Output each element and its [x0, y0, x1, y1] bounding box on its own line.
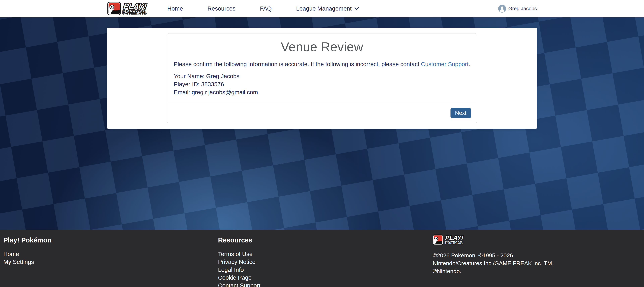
footer-link-privacy-notice[interactable]: Privacy Notice [218, 258, 430, 266]
footer-link-my-settings[interactable]: My Settings [3, 258, 215, 266]
field-label: Email: [174, 89, 190, 95]
page-background: Venue Review Please confirm the followin… [0, 17, 644, 230]
main-nav: Home Resources FAQ League Management [167, 5, 359, 12]
page-footer: Play! Pokémon Home My Settings Resources… [0, 230, 644, 287]
copyright-line-2: Nintendo/Creatures Inc./GAME FREAK inc. … [433, 259, 644, 267]
user-name: Greg Jacobs [508, 6, 537, 11]
field-value: Greg Jacobs [206, 73, 239, 79]
play-pokemon-logo-footer: PLAY! PLAY! POKÉMON. POKÉMON. POKÉMON. [433, 235, 468, 245]
play-pokemon-logo[interactable]: PLAY! PLAY! POKÉMON. POKÉMON. POKÉMON. [107, 2, 153, 15]
footer-heading-resources: Resources [218, 237, 430, 244]
footer-column-play-pokemon: Play! Pokémon Home My Settings [0, 234, 215, 287]
chevron-down-icon [354, 7, 359, 10]
info-line-email: Email: greg.r.jacobs@gmail.com [174, 88, 470, 96]
pokemon-wordmark: POKÉMON. POKÉMON. POKÉMON. [122, 10, 146, 15]
copyright-line-1: ©2026 Pokémon. ©1995 - 2026 [433, 252, 644, 259]
content-panel: Venue Review Please confirm the followin… [107, 28, 537, 129]
player-info-block: Your Name: Greg Jacobs Player ID: 383357… [174, 72, 470, 96]
intro-text: Please confirm the following information… [174, 61, 421, 67]
footer-link-contact-support[interactable]: Contact Support [218, 282, 430, 287]
footer-column-brand: PLAY! PLAY! POKÉMON. POKÉMON. POKÉMON. ©… [429, 234, 644, 287]
play-wordmark: PLAY! PLAY! [445, 235, 464, 241]
card-body: Venue Review Please confirm the followin… [167, 33, 477, 103]
field-value: 3833576 [201, 81, 224, 87]
field-label: Player ID: [174, 81, 200, 87]
nav-link-resources[interactable]: Resources [207, 5, 235, 12]
play-wordmark: PLAY! PLAY! [123, 2, 147, 10]
intro-suffix: . [468, 61, 470, 67]
nav-link-league-management[interactable]: League Management [296, 5, 359, 12]
pokeball-badge-icon [108, 2, 120, 15]
venue-review-card: Venue Review Please confirm the followin… [167, 33, 478, 123]
footer-heading-play-pokemon: Play! Pokémon [3, 237, 215, 244]
user-menu[interactable]: Greg Jacobs [498, 5, 537, 12]
field-label: Your Name: [174, 73, 205, 79]
footer-link-legal-info[interactable]: Legal Info [218, 266, 430, 274]
page-title: Venue Review [174, 39, 470, 54]
nav-link-home[interactable]: Home [167, 5, 183, 12]
card-footer: Next [167, 103, 477, 123]
nav-link-label: League Management [296, 5, 352, 12]
next-button[interactable]: Next [450, 108, 471, 118]
info-line-name: Your Name: Greg Jacobs [174, 72, 470, 80]
footer-link-cookie-page[interactable]: Cookie Page [218, 274, 430, 282]
svg-text:PLAY!: PLAY! [445, 235, 464, 241]
svg-text:POKÉMON.: POKÉMON. [122, 10, 146, 15]
footer-column-resources: Resources Terms of Use Privacy Notice Le… [215, 234, 430, 287]
confirmation-text: Please confirm the following information… [174, 61, 470, 67]
copyright-line-3: ®Nintendo. [433, 267, 644, 275]
user-avatar-icon [498, 5, 506, 12]
nav-link-faq[interactable]: FAQ [260, 5, 272, 12]
footer-link-home[interactable]: Home [3, 250, 215, 258]
info-line-player-id: Player ID: 3833576 [174, 80, 470, 88]
svg-text:PLAY!: PLAY! [123, 2, 147, 10]
pokemon-wordmark: POKÉMON. POKÉMON. POKÉMON. [445, 241, 463, 245]
customer-support-link[interactable]: Customer Support [421, 61, 468, 67]
navbar-container: PLAY! PLAY! POKÉMON. POKÉMON. POKÉMON. H… [107, 0, 537, 17]
pokeball-badge-icon [433, 235, 443, 245]
footer-link-terms-of-use[interactable]: Terms of Use [218, 250, 430, 258]
svg-text:POKÉMON.: POKÉMON. [445, 241, 463, 245]
top-navbar: PLAY! PLAY! POKÉMON. POKÉMON. POKÉMON. H… [0, 0, 644, 17]
field-value: greg.r.jacobs@gmail.com [192, 89, 258, 95]
